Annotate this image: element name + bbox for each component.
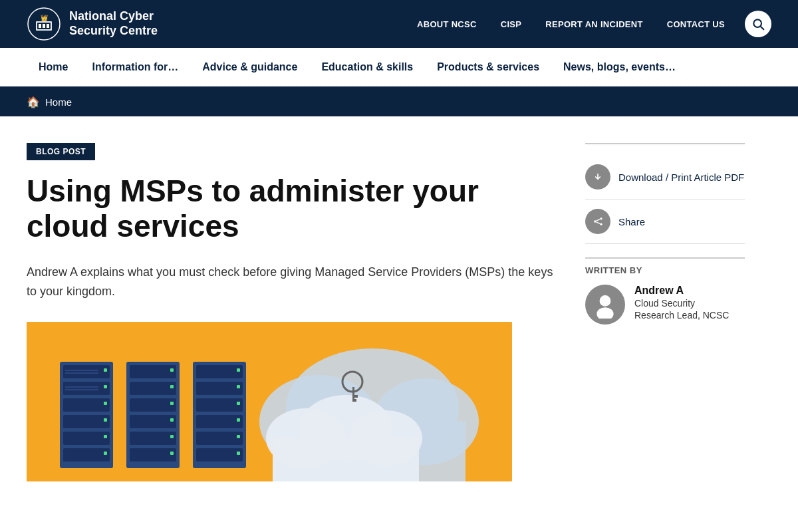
- svg-rect-41: [196, 365, 243, 378]
- svg-rect-30: [130, 398, 176, 412]
- svg-rect-52: [237, 452, 240, 455]
- svg-rect-36: [170, 402, 174, 405]
- main-navigation: Home Information for… Advice & guidance …: [0, 48, 798, 88]
- svg-point-68: [594, 220, 596, 222]
- topnav-report[interactable]: REPORT AN INCIDENT: [535, 14, 653, 35]
- main-content: BLOG POST Using MSPs to administer your …: [27, 143, 559, 481]
- svg-rect-5: [43, 24, 45, 28]
- author-info: Andrew A Cloud Security Research Lead, N…: [585, 285, 745, 325]
- svg-rect-6: [47, 24, 49, 28]
- svg-rect-28: [130, 365, 176, 378]
- svg-rect-63: [352, 395, 358, 398]
- svg-rect-33: [130, 448, 176, 462]
- svg-rect-37: [170, 418, 174, 422]
- site-name: National Cyber Security Centre: [69, 9, 158, 38]
- search-button[interactable]: [745, 11, 771, 37]
- article-image: [27, 322, 512, 481]
- svg-point-73: [597, 307, 613, 319]
- svg-rect-47: [237, 368, 240, 372]
- author-details: Andrew A Cloud Security Research Lead, N…: [634, 285, 729, 321]
- svg-point-66: [592, 215, 604, 227]
- svg-rect-29: [130, 382, 176, 395]
- article-intro: Andrew A explains what you must check be…: [27, 263, 559, 301]
- article-tag: BLOG POST: [27, 143, 95, 160]
- cloud-illustration: [27, 322, 512, 481]
- share-action[interactable]: Share: [585, 200, 745, 244]
- svg-rect-15: [63, 432, 110, 445]
- svg-rect-60: [273, 438, 419, 481]
- svg-rect-31: [130, 415, 176, 428]
- sidebar: Download / Print Article PDF Share WRITT…: [585, 143, 745, 325]
- share-icon-circle: [585, 209, 610, 234]
- svg-point-72: [600, 295, 611, 307]
- svg-rect-46: [196, 448, 243, 462]
- svg-line-8: [761, 27, 763, 29]
- svg-rect-4: [39, 24, 41, 28]
- home-icon: 🏠: [27, 96, 40, 108]
- svg-rect-18: [104, 385, 107, 388]
- svg-rect-45: [196, 432, 243, 445]
- written-by-heading: WRITTEN BY: [585, 265, 745, 275]
- svg-rect-11: [63, 365, 110, 378]
- author-avatar: [585, 285, 625, 325]
- svg-rect-14: [63, 415, 110, 428]
- breadcrumb-bar: 🏠 Home: [0, 88, 798, 116]
- content-area: BLOG POST Using MSPs to administer your …: [0, 116, 798, 508]
- svg-point-69: [600, 223, 602, 225]
- ncsc-logo-icon: 👑: [27, 7, 61, 41]
- topnav-about[interactable]: ABOUT NCSC: [406, 14, 487, 35]
- mainnav-news[interactable]: News, blogs, events…: [551, 48, 688, 86]
- svg-rect-39: [170, 452, 174, 455]
- mainnav-advice[interactable]: Advice & guidance: [190, 48, 309, 86]
- svg-rect-19: [104, 402, 107, 405]
- svg-rect-48: [237, 385, 240, 388]
- person-icon: [591, 291, 619, 319]
- svg-rect-17: [104, 368, 107, 372]
- svg-rect-64: [352, 399, 356, 402]
- topnav-contact[interactable]: CONTACT US: [656, 14, 735, 35]
- author-role: Cloud Security: [634, 298, 729, 309]
- svg-text:👑: 👑: [41, 14, 49, 22]
- svg-rect-51: [237, 435, 240, 438]
- download-icon: [591, 170, 604, 184]
- top-bar: 👑 National Cyber Security Centre ABOUT N…: [0, 0, 798, 48]
- breadcrumb-home-label[interactable]: Home: [45, 96, 72, 108]
- mainnav-home[interactable]: Home: [27, 48, 80, 86]
- svg-rect-38: [170, 435, 174, 438]
- svg-rect-62: [352, 387, 354, 400]
- author-org: Research Lead, NCSC: [634, 310, 729, 321]
- svg-rect-35: [170, 385, 174, 388]
- article-title: Using MSPs to administer your cloud serv…: [27, 174, 559, 244]
- svg-rect-50: [237, 418, 240, 422]
- written-by-section: WRITTEN BY Andrew A Cloud Security Resea…: [585, 257, 745, 325]
- mainnav-products[interactable]: Products & services: [425, 48, 551, 86]
- svg-rect-12: [63, 382, 110, 395]
- svg-rect-16: [63, 448, 110, 462]
- svg-rect-22: [104, 452, 107, 455]
- sidebar-top-divider: [585, 143, 745, 144]
- svg-rect-43: [196, 398, 243, 412]
- topnav-cisp[interactable]: CISP: [490, 14, 533, 35]
- download-icon-circle: [585, 164, 610, 190]
- svg-rect-20: [104, 418, 107, 422]
- svg-rect-49: [237, 402, 240, 405]
- author-name: Andrew A: [634, 285, 729, 297]
- svg-point-7: [753, 19, 761, 27]
- svg-rect-13: [63, 398, 110, 412]
- svg-rect-21: [104, 435, 107, 438]
- svg-rect-34: [170, 368, 174, 372]
- svg-rect-42: [196, 382, 243, 395]
- download-action[interactable]: Download / Print Article PDF: [585, 155, 745, 200]
- download-label: Download / Print Article PDF: [618, 172, 744, 183]
- mainnav-education[interactable]: Education & skills: [309, 48, 425, 86]
- svg-rect-44: [196, 415, 243, 428]
- mainnav-information[interactable]: Information for…: [80, 48, 190, 86]
- svg-point-67: [600, 217, 602, 219]
- share-icon: [591, 215, 604, 228]
- share-label: Share: [618, 216, 645, 227]
- logo-area[interactable]: 👑 National Cyber Security Centre: [27, 7, 158, 41]
- top-navigation: ABOUT NCSC CISP REPORT AN INCIDENT CONTA…: [406, 11, 771, 37]
- svg-rect-32: [130, 432, 176, 445]
